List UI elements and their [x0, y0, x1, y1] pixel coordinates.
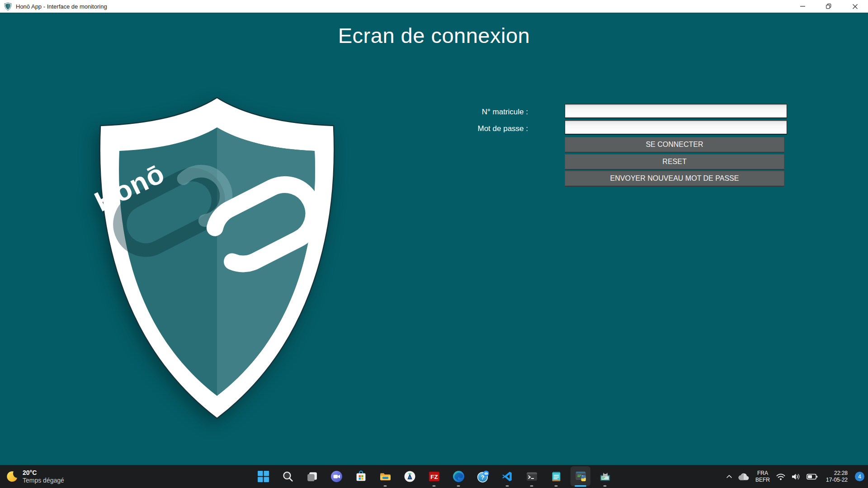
language-code: FRA [755, 470, 770, 477]
task-view-icon [306, 470, 318, 483]
notepad-plus-plus-button[interactable] [544, 465, 568, 488]
windows-start-icon [257, 470, 269, 483]
microsoft-store-icon [355, 470, 367, 483]
running-indicator [433, 485, 436, 487]
notification-badge[interactable]: 4 [855, 472, 864, 481]
clock-widget[interactable]: 22:28 17-05-22 [821, 468, 853, 486]
cat-app-icon [599, 470, 611, 483]
running-indicator [384, 485, 387, 487]
running-indicator [604, 485, 607, 487]
tray-time: 22:28 [826, 470, 848, 477]
taskbar-icons: FZ [251, 465, 617, 488]
vscode-icon [501, 470, 514, 483]
task-view-button[interactable] [300, 465, 324, 488]
wifi-button[interactable] [773, 468, 788, 486]
hono-python-app-button[interactable] [568, 465, 593, 488]
onedrive-button[interactable] [735, 468, 752, 486]
android-studio-button[interactable] [397, 465, 422, 488]
battery-button[interactable] [804, 468, 821, 486]
page-title: Ecran de connexion [0, 23, 868, 48]
help-mail-bubble-icon: ? [477, 470, 489, 483]
titlebar: Honō App - Interface de monitoring [0, 0, 868, 13]
filezilla-icon: FZ [428, 470, 440, 483]
screen: Honō App - Interface de monitoring Ecran… [0, 0, 868, 488]
weather-temperature: 20°C [23, 469, 64, 477]
restore-button[interactable] [816, 0, 842, 13]
matricule-label: N° matricule : [461, 108, 528, 117]
chat-camera-icon [330, 470, 343, 483]
wifi-icon [776, 473, 786, 481]
password-label: Mot de passe : [461, 124, 528, 133]
minimize-button[interactable] [789, 0, 816, 13]
weather-widget[interactable]: 20°C Temps dégagé [6, 465, 64, 488]
vscode-button[interactable] [495, 465, 519, 488]
notepad-icon [550, 470, 562, 483]
battery-icon [807, 473, 818, 480]
android-studio-icon [404, 470, 416, 483]
running-indicator [555, 485, 558, 487]
chat-button[interactable] [324, 465, 349, 488]
active-indicator [575, 485, 586, 487]
window-controls [789, 0, 868, 13]
tray-overflow-button[interactable] [723, 468, 735, 486]
store-button[interactable] [349, 465, 373, 488]
file-explorer-button[interactable] [373, 465, 397, 488]
taskbar: 20°C Temps dégagé [0, 465, 868, 488]
login-form: N° matricule : Mot de passe : SE CONNECT… [461, 102, 784, 206]
matricule-input[interactable] [565, 104, 787, 118]
file-explorer-icon [379, 470, 392, 483]
app-shield-icon [4, 2, 12, 11]
window-title: Honō App - Interface de monitoring [16, 3, 107, 10]
send-password-button[interactable]: ENVOYER NOUVEAU MOT DE PASSE [565, 171, 784, 187]
connect-button[interactable]: SE CONNECTER [565, 137, 784, 153]
running-indicator [530, 485, 533, 487]
reset-button[interactable]: RESET [565, 154, 784, 170]
close-button[interactable] [842, 0, 868, 13]
system-tray: FRA BEFR [723, 465, 864, 488]
moon-icon [6, 470, 18, 483]
edge-icon [453, 470, 465, 483]
weather-condition: Temps dégagé [23, 477, 64, 484]
filezilla-letters: FZ [430, 474, 438, 480]
running-indicator [457, 485, 460, 487]
python-app-icon [575, 470, 587, 483]
app-client-area: Ecran de connexion Honō [0, 13, 868, 465]
volume-button[interactable] [788, 468, 804, 486]
terminal-icon [526, 470, 538, 483]
keyboard-layout: BEFR [755, 477, 770, 483]
language-indicator[interactable]: FRA BEFR [752, 468, 773, 486]
onedrive-cloud-icon [738, 473, 750, 481]
filezilla-button[interactable]: FZ [422, 465, 446, 488]
search-icon [282, 470, 294, 483]
chevron-up-icon [726, 474, 732, 479]
hono-shield-logo: Honō [80, 94, 354, 422]
edge-button[interactable] [446, 465, 471, 488]
start-button[interactable] [251, 465, 275, 488]
cat-monitor-app-button[interactable] [593, 465, 617, 488]
running-indicator [506, 485, 509, 487]
help-mail-button[interactable]: ? [471, 465, 495, 488]
speaker-icon [791, 473, 801, 481]
terminal-button[interactable] [519, 465, 544, 488]
search-button[interactable] [275, 465, 300, 488]
password-input[interactable] [565, 120, 787, 135]
tray-date: 17-05-22 [826, 477, 848, 483]
